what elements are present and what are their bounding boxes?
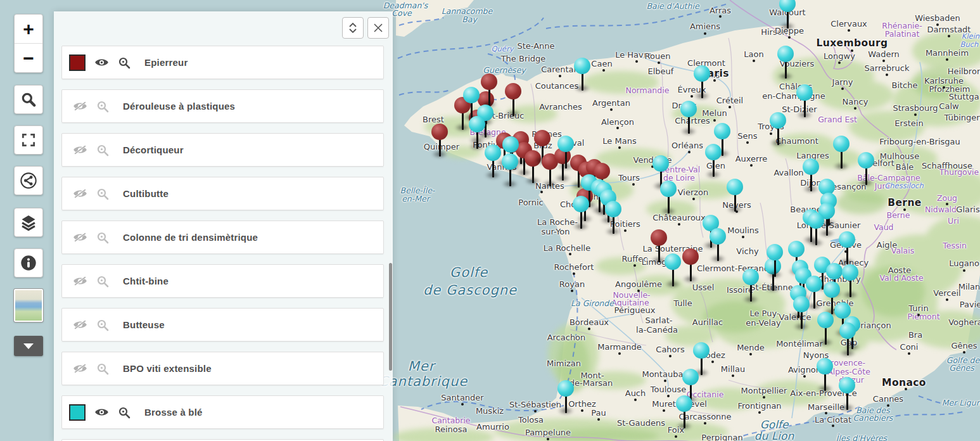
map-marker-brosse-a-ble[interactable] xyxy=(557,380,574,416)
map-marker-epierreur[interactable] xyxy=(431,124,448,159)
map-marker-brosse-a-ble[interactable] xyxy=(694,65,710,101)
zoom-to-layer-button[interactable] xyxy=(118,406,130,419)
toggle-layer-visibility-button[interactable] xyxy=(73,232,87,243)
zoom-to-layer-button[interactable] xyxy=(118,56,130,69)
share-icon xyxy=(20,172,37,189)
layer-name: Chtit-bine xyxy=(123,276,169,286)
share-button[interactable] xyxy=(14,166,43,195)
map-marker-epierreur[interactable] xyxy=(481,74,497,109)
map-marker-brosse-a-ble[interactable] xyxy=(574,58,590,93)
zoom-to-layer-button[interactable] xyxy=(96,362,109,375)
umap-app: Deadman'sCoveLannacombeBayBaie d'AuthieA… xyxy=(0,0,980,441)
zoom-out-button[interactable]: − xyxy=(15,44,42,73)
map-marker-brosse-a-ble[interactable] xyxy=(705,144,722,179)
layer-color-swatch xyxy=(69,404,86,421)
panel-scrollbar[interactable] xyxy=(389,263,392,371)
zoom-to-layer-button[interactable] xyxy=(96,144,109,157)
map-marker-brosse-a-ble[interactable] xyxy=(839,323,856,358)
zoom-in-button[interactable]: + xyxy=(15,15,42,44)
layers-icon xyxy=(20,214,37,231)
zoom-to-layer-button[interactable] xyxy=(96,188,109,200)
map-marker-brosse-a-ble[interactable] xyxy=(727,179,743,214)
layer-row: Décortiqueur xyxy=(61,133,384,167)
zoom-to-layer-button[interactable] xyxy=(96,319,109,331)
about-button[interactable] xyxy=(14,248,43,278)
zoom-to-layer-button[interactable] xyxy=(96,231,109,244)
layer-name: Cultibutte xyxy=(123,188,169,199)
layer-row: BPO viti extensible xyxy=(61,352,384,385)
eye-icon xyxy=(94,57,109,68)
toggle-layer-visibility-button[interactable] xyxy=(94,57,109,68)
zoom-to-layer-icon xyxy=(118,56,130,69)
map-marker-brosse-a-ble[interactable] xyxy=(817,312,834,347)
map-marker-brosse-a-ble[interactable] xyxy=(660,181,677,216)
map-marker-brosse-a-ble[interactable] xyxy=(710,228,726,264)
map-marker-brosse-a-ble[interactable] xyxy=(777,46,794,81)
map-marker-brosse-a-ble[interactable] xyxy=(502,153,518,189)
layer-name: Brosse à blé xyxy=(144,407,203,418)
zoom-to-layer-icon xyxy=(96,362,109,375)
toggle-layer-visibility-button[interactable] xyxy=(73,319,87,330)
toggle-layer-visibility-button[interactable] xyxy=(73,363,87,374)
map-marker-brosse-a-ble[interactable] xyxy=(665,253,681,289)
close-icon xyxy=(373,23,383,33)
layer-name: Butteuse xyxy=(123,319,165,330)
map-marker-brosse-a-ble[interactable] xyxy=(573,196,589,231)
toggle-layer-visibility-button[interactable] xyxy=(73,101,87,112)
zoom-to-layer-icon xyxy=(96,100,109,113)
info-icon xyxy=(20,254,37,272)
zoom-to-layer-button[interactable] xyxy=(96,275,109,288)
map-marker-brosse-a-ble[interactable] xyxy=(839,377,855,412)
map-marker-brosse-a-ble[interactable] xyxy=(833,136,850,171)
eye-off-icon xyxy=(73,188,87,199)
sort-layers-button[interactable] xyxy=(342,17,364,39)
map-marker-brosse-a-ble[interactable] xyxy=(680,101,697,136)
zoom-to-layer-icon xyxy=(96,188,109,200)
zoom-to-layer-icon xyxy=(96,275,109,288)
map-marker-brosse-a-ble[interactable] xyxy=(839,231,855,267)
eye-off-icon xyxy=(73,144,87,155)
map-marker-brosse-a-ble[interactable] xyxy=(803,158,819,194)
eye-icon xyxy=(94,407,109,418)
map-marker-brosse-a-ble[interactable] xyxy=(796,84,813,120)
map-marker-brosse-a-ble[interactable] xyxy=(770,112,786,148)
toggle-layer-visibility-button[interactable] xyxy=(73,144,87,155)
map-marker-brosse-a-ble[interactable] xyxy=(767,244,783,279)
map-marker-brosse-a-ble[interactable] xyxy=(793,296,810,331)
toggle-layer-visibility-button[interactable] xyxy=(94,407,109,418)
map-marker-brosse-a-ble[interactable] xyxy=(842,264,858,300)
map-marker-brosse-a-ble[interactable] xyxy=(676,395,692,431)
chevron-down-icon xyxy=(23,343,34,349)
map-marker-brosse-a-ble[interactable] xyxy=(858,152,874,188)
search-button[interactable] xyxy=(14,85,43,114)
map-marker-brosse-a-ble[interactable] xyxy=(817,358,833,393)
layers-button[interactable] xyxy=(14,208,43,237)
fullscreen-button[interactable] xyxy=(14,125,43,155)
toggle-layer-visibility-button[interactable] xyxy=(73,188,87,199)
map-marker-brosse-a-ble[interactable] xyxy=(485,144,501,180)
layer-color-swatch xyxy=(69,54,86,71)
sort-icon xyxy=(348,22,358,34)
map-marker-epierreur[interactable] xyxy=(505,83,521,118)
close-panel-button[interactable] xyxy=(367,17,389,39)
minimap-collapse-button[interactable] xyxy=(14,336,43,356)
layer-row: Epierreur xyxy=(61,46,384,79)
layer-name: Epierreur xyxy=(144,57,188,68)
map-marker-brosse-a-ble[interactable] xyxy=(469,116,485,151)
search-icon xyxy=(20,91,37,108)
eye-off-icon xyxy=(73,101,87,112)
map-marker-brosse-a-ble[interactable] xyxy=(779,0,796,31)
map-marker-epierreur[interactable] xyxy=(682,248,699,284)
zoom-to-layer-icon xyxy=(96,144,109,157)
zoom-control: + − xyxy=(14,14,43,73)
layer-list: EpierreurDérouleuse à plastiquesDécortiq… xyxy=(61,37,384,441)
zoom-to-layer-button[interactable] xyxy=(96,100,109,113)
layer-name: Décortiqueur xyxy=(123,144,184,155)
map-marker-brosse-a-ble[interactable] xyxy=(742,269,759,304)
toggle-layer-visibility-button[interactable] xyxy=(73,276,87,286)
layer-row: Brosse à blé xyxy=(61,395,384,429)
map-marker-brosse-a-ble[interactable] xyxy=(605,201,621,236)
map-marker-brosse-a-ble[interactable] xyxy=(808,212,824,248)
minimap[interactable] xyxy=(14,289,43,322)
map-marker-brosse-a-ble[interactable] xyxy=(557,136,574,171)
